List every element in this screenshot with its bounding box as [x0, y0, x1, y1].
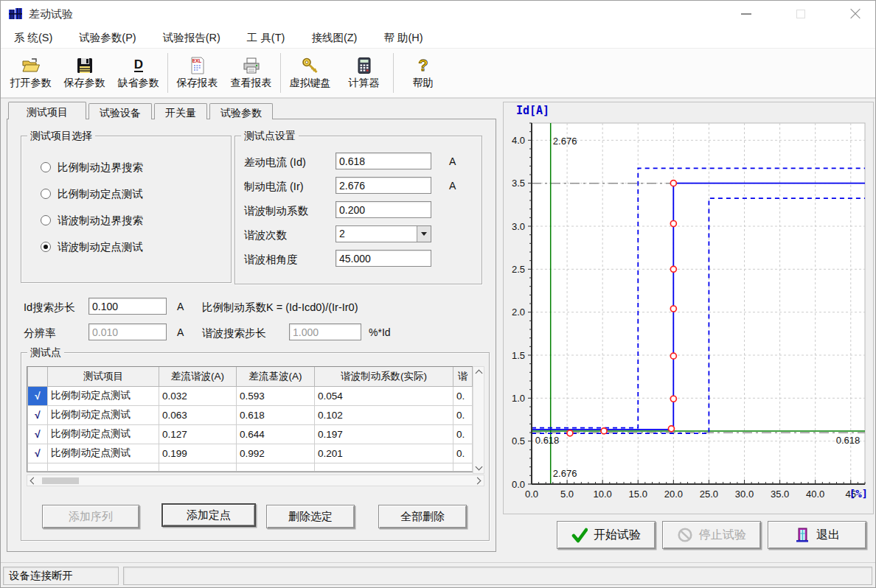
- cell-clipped[interactable]: 0.: [453, 386, 473, 405]
- tab-switch-quantity[interactable]: 开关量: [154, 103, 207, 119]
- cell-item[interactable]: 比例制动定点测试: [48, 424, 159, 444]
- maximize-button[interactable]: [791, 4, 810, 24]
- cell-actual-coeff[interactable]: 0.201: [315, 444, 453, 463]
- x-tick-label: 25.0: [700, 489, 718, 500]
- menu-test-report[interactable]: 试验报告(R): [163, 31, 220, 45]
- add-point-button[interactable]: 添加定点: [161, 503, 256, 527]
- tab-test-items[interactable]: 测试项目: [8, 102, 86, 119]
- cell-item[interactable]: 比例制动定点测试: [48, 405, 159, 424]
- row-check-cell[interactable]: √: [28, 405, 48, 424]
- cell-harmonic[interactable]: 0.199: [159, 444, 237, 463]
- cell-harmonic[interactable]: 0.127: [159, 424, 237, 444]
- field-label-harmonic-order: 谐波次数: [244, 228, 287, 242]
- tab-test-params[interactable]: 试验参数: [209, 103, 273, 119]
- delete-selected-button[interactable]: 删除选定: [266, 505, 355, 528]
- add-sequence-button: 添加序列: [42, 505, 139, 528]
- save-report-button[interactable]: EXL 保存报表: [170, 50, 224, 96]
- toolbar-label: 保存报表: [177, 77, 218, 90]
- radio-ratio-boundary-search[interactable]: 比例制动边界搜索: [41, 160, 143, 175]
- chart-annotation: 0.618: [836, 435, 861, 446]
- radio-harmonic-boundary-search[interactable]: 谐波制动边界搜索: [41, 213, 143, 228]
- column-header-fundamental-current[interactable]: 差流基波(A): [237, 367, 315, 386]
- cell-fundamental[interactable]: 0.992: [237, 444, 315, 463]
- toolbar-label: 帮助: [413, 77, 434, 90]
- cell-harmonic[interactable]: 0.032: [159, 386, 237, 405]
- cell-fundamental[interactable]: 0.618: [237, 405, 315, 424]
- toolbar-label: 查看报表: [231, 77, 272, 90]
- field-label-ir: 制动电流 (Ir): [244, 180, 304, 194]
- harmonic-coeff-input[interactable]: [336, 201, 431, 218]
- device-status-panel: 设备连接断开: [3, 567, 119, 585]
- window-title: 差动试验: [29, 7, 73, 21]
- open-params-button[interactable]: 打开参数: [4, 50, 58, 96]
- app-icon: [8, 7, 23, 21]
- exit-button[interactable]: 退出: [768, 521, 866, 549]
- virtual-keyboard-button[interactable]: 虚拟键盘: [283, 50, 337, 96]
- scroll-down-icon[interactable]: [475, 463, 482, 471]
- menu-help[interactable]: 帮 助(H): [383, 31, 423, 45]
- cell-actual-coeff[interactable]: 0.054: [315, 386, 453, 405]
- checkmark-icon: √: [35, 391, 40, 402]
- table-row[interactable]: √ 比例制动定点测试 0.032 0.593 0.054 0.: [28, 386, 473, 405]
- column-header-actual-coeff[interactable]: 谐波制动系数(实际): [315, 367, 453, 386]
- row-check-cell[interactable]: √: [28, 424, 48, 444]
- dropdown-button[interactable]: [417, 226, 431, 242]
- row-check-cell[interactable]: √: [28, 444, 48, 463]
- cell-item[interactable]: 比例制动定点测试: [48, 386, 159, 405]
- cell-actual-coeff[interactable]: 0.102: [315, 405, 453, 424]
- minimize-button[interactable]: [737, 4, 756, 24]
- table-row[interactable]: √ 比例制动定点测试 0.199 0.992 0.201 0.: [28, 444, 473, 463]
- x-tick-label: 20.0: [664, 489, 683, 500]
- calculator-icon: [355, 56, 374, 75]
- id-current-input[interactable]: [336, 153, 431, 169]
- tab-test-device[interactable]: 试验设备: [88, 103, 152, 119]
- cell-harmonic[interactable]: 0.063: [159, 405, 237, 424]
- start-test-button[interactable]: 开始试验: [557, 521, 656, 549]
- cell-fundamental[interactable]: 0.593: [237, 386, 315, 405]
- test-point-marker: [601, 428, 607, 434]
- toolbar-label: 保存参数: [64, 77, 105, 90]
- radio-ratio-point-test[interactable]: 比例制动定点测试: [41, 186, 143, 201]
- cell-clipped[interactable]: 0.: [453, 424, 473, 444]
- harmonic-phase-input[interactable]: [336, 250, 431, 267]
- y-tick-label: 2.0: [512, 307, 525, 318]
- scroll-up-icon[interactable]: [475, 370, 482, 377]
- scroll-left-icon[interactable]: [30, 477, 38, 484]
- svg-text:D: D: [133, 57, 142, 71]
- menu-test-params[interactable]: 试验参数(P): [79, 31, 136, 45]
- menu-system[interactable]: 系 统(S): [14, 31, 52, 45]
- table-horizontal-scrollbar[interactable]: [27, 475, 484, 486]
- cell-fundamental[interactable]: 0.644: [237, 424, 315, 444]
- row-check-cell-selected[interactable]: √: [28, 386, 48, 405]
- help-button[interactable]: ? 帮助: [396, 50, 450, 96]
- cell-item[interactable]: 比例制动定点测试: [48, 444, 159, 463]
- menu-tools[interactable]: 工 具(T): [247, 31, 285, 45]
- view-report-button[interactable]: 查看报表: [224, 50, 278, 96]
- harmonic-order-select[interactable]: 2: [336, 225, 431, 242]
- menu-wiring-diagram[interactable]: 接线图(Z): [311, 31, 357, 45]
- table-row[interactable]: √ 比例制动定点测试 0.063 0.618 0.102 0.: [28, 405, 473, 424]
- column-header-check[interactable]: [28, 367, 48, 386]
- save-params-button[interactable]: 保存参数: [58, 50, 111, 96]
- delete-all-button[interactable]: 全部删除: [378, 505, 467, 528]
- scroll-right-icon[interactable]: [474, 477, 482, 484]
- cell-actual-coeff[interactable]: 0.197: [315, 424, 453, 444]
- cell-clipped[interactable]: 0.: [453, 444, 473, 463]
- calculator-button[interactable]: 计算器: [337, 50, 391, 96]
- chart-annotation: 2.676: [553, 136, 577, 147]
- table-vertical-scrollbar[interactable]: [473, 366, 484, 474]
- close-button[interactable]: [846, 4, 865, 24]
- table-row[interactable]: √ 比例制动定点测试 0.127 0.644 0.197 0.: [28, 424, 473, 444]
- cell-clipped[interactable]: 0.: [453, 405, 473, 424]
- ir-current-input[interactable]: [336, 177, 431, 194]
- id-step-input[interactable]: [88, 298, 167, 315]
- toolbar-label: 计算器: [349, 77, 380, 90]
- radio-harmonic-point-test[interactable]: 谐波制动定点测试: [41, 239, 143, 254]
- chevron-down-icon: [421, 232, 427, 236]
- column-header-harmonic-current[interactable]: 差流谐波(A): [159, 367, 237, 386]
- column-header-clipped[interactable]: 谐: [453, 367, 473, 386]
- default-params-button[interactable]: D 缺省参数: [111, 50, 165, 96]
- chart-annotation: 0.618: [535, 435, 560, 446]
- column-header-item[interactable]: 测试项目: [48, 367, 159, 386]
- scrollbar-thumb[interactable]: [42, 477, 79, 484]
